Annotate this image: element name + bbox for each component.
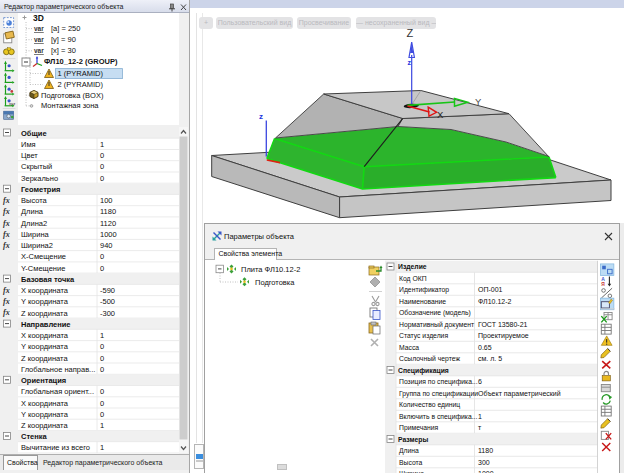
svg-text:fx: fx [3,286,10,295]
svg-text:Z: Z [407,27,414,39]
svg-text:fx: fx [3,230,10,239]
svg-text:А: А [601,277,605,282]
svg-text:Я: Я [601,283,605,288]
svg-text:fx: fx [3,241,10,250]
svg-text:Y: Y [475,96,482,107]
svg-text:X: X [437,109,444,120]
svg-text:z: z [408,59,412,66]
svg-text:fx: fx [3,219,10,228]
svg-text:fx: fx [3,308,10,317]
svg-text:z: z [259,112,263,121]
svg-text:fx: fx [3,297,10,306]
svg-text:fx: fx [3,196,10,205]
svg-text:fx: fx [3,207,10,216]
